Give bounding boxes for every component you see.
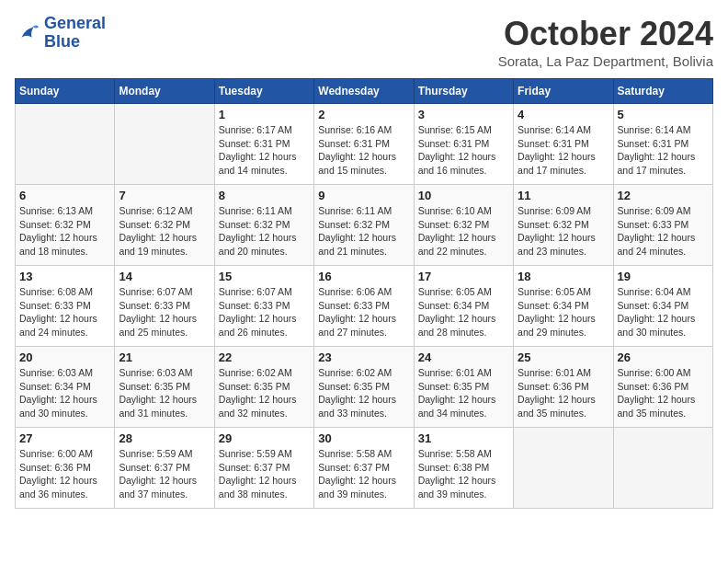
- sunset-text: Sunset: 6:34 PM: [518, 300, 589, 311]
- calendar-day-cell: 20 Sunrise: 6:03 AM Sunset: 6:34 PM Dayl…: [16, 347, 115, 428]
- day-number: 19: [618, 270, 709, 283]
- day-info: Sunrise: 5:58 AM Sunset: 6:37 PM Dayligh…: [318, 447, 409, 501]
- day-info: Sunrise: 6:13 AM Sunset: 6:32 PM Dayligh…: [19, 204, 110, 259]
- daylight-text: Daylight: 12 hours and 23 minutes.: [518, 232, 596, 257]
- day-number: 27: [19, 431, 110, 445]
- sunrise-text: Sunrise: 6:02 AM: [318, 367, 392, 378]
- sunset-text: Sunset: 6:35 PM: [119, 381, 190, 392]
- month-title: October 2024: [498, 15, 713, 53]
- sunset-text: Sunset: 6:35 PM: [318, 381, 390, 392]
- calendar-day-cell: 14 Sunrise: 6:07 AM Sunset: 6:33 PM Dayl…: [115, 266, 214, 347]
- calendar-week-row: 13 Sunrise: 6:08 AM Sunset: 6:33 PM Dayl…: [16, 266, 713, 347]
- sunset-text: Sunset: 6:35 PM: [418, 381, 490, 392]
- sunset-text: Sunset: 6:34 PM: [19, 381, 91, 392]
- daylight-text: Daylight: 12 hours and 17 minutes.: [618, 151, 696, 176]
- daylight-text: Daylight: 12 hours and 15 minutes.: [318, 151, 396, 176]
- sunset-text: Sunset: 6:37 PM: [219, 462, 290, 473]
- calendar-day-cell: 26 Sunrise: 6:00 AM Sunset: 6:36 PM Dayl…: [613, 347, 712, 428]
- day-number: 24: [418, 350, 509, 364]
- day-info: Sunrise: 6:01 AM Sunset: 6:36 PM Dayligh…: [518, 366, 609, 420]
- sunrise-text: Sunrise: 6:08 AM: [19, 286, 93, 297]
- day-number: 10: [418, 189, 509, 202]
- sunrise-text: Sunrise: 6:03 AM: [119, 367, 192, 378]
- daylight-text: Daylight: 12 hours and 26 minutes.: [219, 313, 297, 338]
- daylight-text: Daylight: 12 hours and 35 minutes.: [518, 394, 596, 419]
- day-info: Sunrise: 6:16 AM Sunset: 6:31 PM Dayligh…: [318, 123, 409, 178]
- daylight-text: Daylight: 12 hours and 22 minutes.: [418, 232, 496, 257]
- daylight-text: Daylight: 12 hours and 36 minutes.: [19, 475, 97, 500]
- day-number: 11: [518, 189, 609, 202]
- calendar-week-row: 20 Sunrise: 6:03 AM Sunset: 6:34 PM Dayl…: [16, 347, 713, 428]
- day-info: Sunrise: 6:17 AM Sunset: 6:31 PM Dayligh…: [219, 123, 310, 178]
- sunrise-text: Sunrise: 6:01 AM: [518, 367, 591, 378]
- daylight-text: Daylight: 12 hours and 32 minutes.: [219, 394, 297, 419]
- day-info: Sunrise: 6:07 AM Sunset: 6:33 PM Dayligh…: [119, 285, 210, 339]
- day-number: 13: [19, 270, 110, 283]
- day-info: Sunrise: 6:02 AM Sunset: 6:35 PM Dayligh…: [219, 366, 310, 420]
- daylight-text: Daylight: 12 hours and 24 minutes.: [618, 232, 696, 257]
- calendar-header: SundayMondayTuesdayWednesdayThursdayFrid…: [16, 79, 713, 104]
- sunrise-text: Sunrise: 6:00 AM: [19, 448, 93, 459]
- daylight-text: Daylight: 12 hours and 25 minutes.: [119, 313, 197, 338]
- sunrise-text: Sunrise: 6:15 AM: [418, 124, 492, 135]
- day-number: 2: [318, 108, 409, 121]
- calendar-day-cell: 7 Sunrise: 6:12 AM Sunset: 6:32 PM Dayli…: [115, 185, 214, 266]
- sunset-text: Sunset: 6:32 PM: [19, 219, 91, 230]
- day-info: Sunrise: 6:12 AM Sunset: 6:32 PM Dayligh…: [119, 204, 210, 259]
- calendar-day-cell: 13 Sunrise: 6:08 AM Sunset: 6:33 PM Dayl…: [16, 266, 115, 347]
- calendar-day-cell: 11 Sunrise: 6:09 AM Sunset: 6:32 PM Dayl…: [514, 185, 613, 266]
- calendar-day-cell: 19 Sunrise: 6:04 AM Sunset: 6:34 PM Dayl…: [613, 266, 712, 347]
- day-info: Sunrise: 5:59 AM Sunset: 6:37 PM Dayligh…: [119, 447, 210, 501]
- sunrise-text: Sunrise: 6:03 AM: [19, 367, 93, 378]
- calendar-day-cell: [613, 428, 712, 509]
- day-number: 17: [418, 270, 509, 283]
- daylight-text: Daylight: 12 hours and 14 minutes.: [219, 151, 297, 176]
- day-number: 20: [19, 350, 110, 364]
- calendar-day-cell: 1 Sunrise: 6:17 AM Sunset: 6:31 PM Dayli…: [214, 104, 313, 185]
- day-number: 21: [119, 350, 210, 364]
- day-number: 18: [518, 270, 609, 283]
- calendar-day-cell: 4 Sunrise: 6:14 AM Sunset: 6:31 PM Dayli…: [514, 104, 613, 185]
- day-number: 3: [418, 108, 509, 121]
- sunrise-text: Sunrise: 6:04 AM: [618, 286, 691, 297]
- calendar-day-cell: 8 Sunrise: 6:11 AM Sunset: 6:32 PM Dayli…: [214, 185, 313, 266]
- day-number: 5: [618, 108, 709, 121]
- day-info: Sunrise: 6:03 AM Sunset: 6:34 PM Dayligh…: [19, 366, 110, 420]
- day-number: 22: [219, 350, 310, 364]
- sunrise-text: Sunrise: 6:09 AM: [518, 205, 591, 216]
- calendar-day-cell: [514, 428, 613, 509]
- calendar-week-row: 27 Sunrise: 6:00 AM Sunset: 6:36 PM Dayl…: [16, 428, 713, 509]
- sunrise-text: Sunrise: 6:00 AM: [618, 367, 691, 378]
- day-number: 31: [418, 431, 509, 445]
- sunrise-text: Sunrise: 6:06 AM: [318, 286, 392, 297]
- sunrise-text: Sunrise: 5:58 AM: [418, 448, 492, 459]
- location-subtitle: Sorata, La Paz Department, Bolivia: [498, 53, 713, 69]
- weekday-header: Sunday: [16, 79, 115, 104]
- sunset-text: Sunset: 6:31 PM: [219, 138, 290, 149]
- sunset-text: Sunset: 6:34 PM: [418, 300, 490, 311]
- sunrise-text: Sunrise: 6:11 AM: [318, 205, 392, 216]
- day-info: Sunrise: 6:14 AM Sunset: 6:31 PM Dayligh…: [518, 123, 609, 178]
- calendar-day-cell: 12 Sunrise: 6:09 AM Sunset: 6:33 PM Dayl…: [613, 185, 712, 266]
- day-info: Sunrise: 6:02 AM Sunset: 6:35 PM Dayligh…: [318, 366, 409, 420]
- calendar-week-row: 1 Sunrise: 6:17 AM Sunset: 6:31 PM Dayli…: [16, 104, 713, 185]
- day-info: Sunrise: 6:11 AM Sunset: 6:32 PM Dayligh…: [219, 204, 310, 259]
- calendar-day-cell: 22 Sunrise: 6:02 AM Sunset: 6:35 PM Dayl…: [214, 347, 313, 428]
- day-info: Sunrise: 6:07 AM Sunset: 6:33 PM Dayligh…: [219, 285, 310, 339]
- logo: General Blue: [15, 15, 106, 52]
- sunrise-text: Sunrise: 6:07 AM: [119, 286, 192, 297]
- calendar-day-cell: 21 Sunrise: 6:03 AM Sunset: 6:35 PM Dayl…: [115, 347, 214, 428]
- day-number: 15: [219, 270, 310, 283]
- sunset-text: Sunset: 6:32 PM: [119, 219, 190, 230]
- sunrise-text: Sunrise: 6:02 AM: [219, 367, 292, 378]
- daylight-text: Daylight: 12 hours and 18 minutes.: [19, 232, 97, 257]
- day-info: Sunrise: 6:09 AM Sunset: 6:32 PM Dayligh…: [518, 204, 609, 259]
- sunset-text: Sunset: 6:33 PM: [618, 219, 689, 230]
- day-info: Sunrise: 6:00 AM Sunset: 6:36 PM Dayligh…: [19, 447, 110, 501]
- day-info: Sunrise: 6:05 AM Sunset: 6:34 PM Dayligh…: [418, 285, 509, 339]
- sunset-text: Sunset: 6:36 PM: [518, 381, 589, 392]
- day-info: Sunrise: 6:00 AM Sunset: 6:36 PM Dayligh…: [618, 366, 709, 420]
- sunset-text: Sunset: 6:32 PM: [219, 219, 290, 230]
- weekday-header: Friday: [514, 79, 613, 104]
- daylight-text: Daylight: 12 hours and 39 minutes.: [418, 475, 496, 500]
